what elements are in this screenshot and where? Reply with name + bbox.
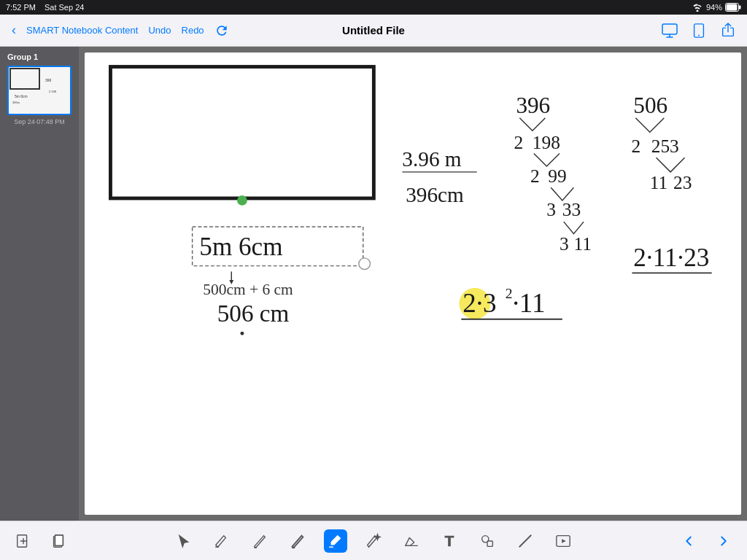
svg-text:396: 396 bbox=[45, 78, 52, 82]
toolbar-left: ‹ SMART Notebook Content Undo Redo bbox=[9, 20, 248, 41]
svg-text:2 198: 2 198 bbox=[49, 90, 57, 93]
cursor-tool[interactable] bbox=[172, 529, 196, 553]
share-icon[interactable] bbox=[718, 20, 738, 41]
eraser-tool[interactable] bbox=[400, 529, 423, 553]
svg-text:11: 11 bbox=[650, 172, 667, 192]
magic-pen-tool[interactable] bbox=[362, 529, 385, 553]
prev-page-button[interactable] bbox=[677, 529, 700, 553]
next-page-button[interactable] bbox=[712, 529, 735, 553]
svg-text:33: 33 bbox=[562, 199, 581, 219]
status-right: 94% bbox=[692, 3, 741, 12]
sidebar: Group 1 5m 6cm 396m 396 2 198 Sep 24·07:… bbox=[0, 47, 79, 521]
svg-text:2: 2 bbox=[530, 166, 540, 186]
svg-point-5 bbox=[698, 34, 700, 36]
canvas-svg: 5m 6cm 500cm + 6 cm 506 cm 3.96 m 396cm … bbox=[85, 52, 741, 515]
status-bar: 7:52 PM Sat Sep 24 94% bbox=[0, 0, 747, 15]
toolbar-right bbox=[499, 20, 738, 41]
text-tool[interactable] bbox=[438, 529, 461, 553]
svg-text:11: 11 bbox=[573, 233, 591, 254]
svg-rect-6 bbox=[10, 69, 39, 89]
svg-rect-2 bbox=[727, 4, 738, 11]
back-button[interactable]: ‹ bbox=[9, 21, 19, 39]
svg-text:506 cm: 506 cm bbox=[217, 300, 290, 327]
date: Sat Sep 24 bbox=[44, 3, 84, 12]
undo-button[interactable]: Undo bbox=[145, 23, 174, 37]
wifi-icon bbox=[692, 3, 703, 12]
battery-icon bbox=[725, 3, 741, 12]
thumb-preview: 5m 6cm 396m 396 2 198 bbox=[9, 67, 70, 114]
svg-text:396m: 396m bbox=[12, 101, 20, 104]
page-thumbnail[interactable]: 5m 6cm 396m 396 2 198 bbox=[7, 66, 71, 115]
svg-text:396cm: 396cm bbox=[406, 183, 464, 206]
svg-text:396: 396 bbox=[516, 93, 550, 118]
bottom-center-tools bbox=[172, 529, 575, 553]
svg-rect-12 bbox=[110, 67, 374, 198]
svg-point-21 bbox=[240, 332, 244, 335]
svg-point-15 bbox=[359, 258, 371, 270]
group-label: Group 1 bbox=[6, 52, 38, 61]
svg-point-13 bbox=[237, 195, 247, 206]
highlighter-tool[interactable] bbox=[324, 529, 347, 553]
svg-text:·11: ·11 bbox=[513, 288, 546, 318]
new-page-button[interactable] bbox=[12, 529, 35, 553]
status-left: 7:52 PM Sat Sep 24 bbox=[6, 3, 84, 12]
canvas-area[interactable]: 5m 6cm 500cm + 6 cm 506 cm 3.96 m 396cm … bbox=[85, 52, 741, 515]
svg-text:5m 6cm: 5m 6cm bbox=[15, 94, 28, 98]
time: 7:52 PM bbox=[6, 3, 36, 12]
calligraphy-pen-tool[interactable] bbox=[210, 529, 233, 553]
back-label[interactable]: SMART Notebook Content bbox=[23, 23, 141, 37]
bottom-right-tools bbox=[677, 529, 735, 553]
file-title: Untitled File bbox=[342, 24, 405, 36]
display-icon[interactable] bbox=[659, 20, 680, 41]
svg-line-53 bbox=[519, 534, 532, 547]
shapes-tool[interactable] bbox=[476, 529, 499, 553]
redo-button[interactable]: Redo bbox=[179, 23, 207, 37]
thin-pen-tool[interactable] bbox=[248, 529, 271, 553]
svg-text:2: 2 bbox=[506, 286, 513, 301]
battery-text: 94% bbox=[706, 3, 722, 12]
svg-text:506: 506 bbox=[633, 93, 667, 118]
svg-text:3: 3 bbox=[560, 233, 569, 254]
device-icon[interactable] bbox=[689, 20, 709, 41]
medium-pen-tool[interactable] bbox=[286, 529, 309, 553]
top-toolbar: ‹ SMART Notebook Content Undo Redo Untit… bbox=[0, 15, 747, 47]
svg-text:5m 6cm: 5m 6cm bbox=[199, 233, 282, 261]
svg-text:2: 2 bbox=[631, 136, 640, 156]
toolbar-center: Untitled File bbox=[254, 24, 493, 36]
thumb-date-label: Sep 24·07:48 PM bbox=[14, 118, 65, 125]
svg-text:253: 253 bbox=[651, 136, 679, 156]
svg-text:198: 198 bbox=[533, 132, 560, 152]
svg-text:500cm + 6 cm: 500cm + 6 cm bbox=[203, 281, 293, 298]
duplicate-page-button[interactable] bbox=[47, 529, 70, 553]
svg-rect-3 bbox=[662, 24, 677, 34]
svg-text:3: 3 bbox=[546, 199, 556, 219]
main-area: Group 1 5m 6cm 396m 396 2 198 Sep 24·07:… bbox=[0, 47, 747, 521]
svg-text:2·3: 2·3 bbox=[462, 288, 496, 318]
svg-text:23: 23 bbox=[673, 172, 692, 192]
bottom-toolbar bbox=[0, 521, 747, 560]
svg-rect-49 bbox=[55, 534, 63, 545]
svg-rect-1 bbox=[739, 6, 741, 9]
line-tool[interactable] bbox=[514, 529, 537, 553]
media-tool[interactable] bbox=[551, 529, 575, 553]
svg-text:3.96 m: 3.96 m bbox=[402, 147, 461, 171]
svg-text:2·11·23: 2·11·23 bbox=[633, 244, 709, 272]
refresh-icon[interactable] bbox=[212, 20, 232, 41]
svg-text:99: 99 bbox=[548, 166, 566, 186]
svg-rect-52 bbox=[487, 541, 492, 546]
bottom-left-tools bbox=[12, 529, 70, 553]
svg-text:2: 2 bbox=[514, 132, 524, 152]
